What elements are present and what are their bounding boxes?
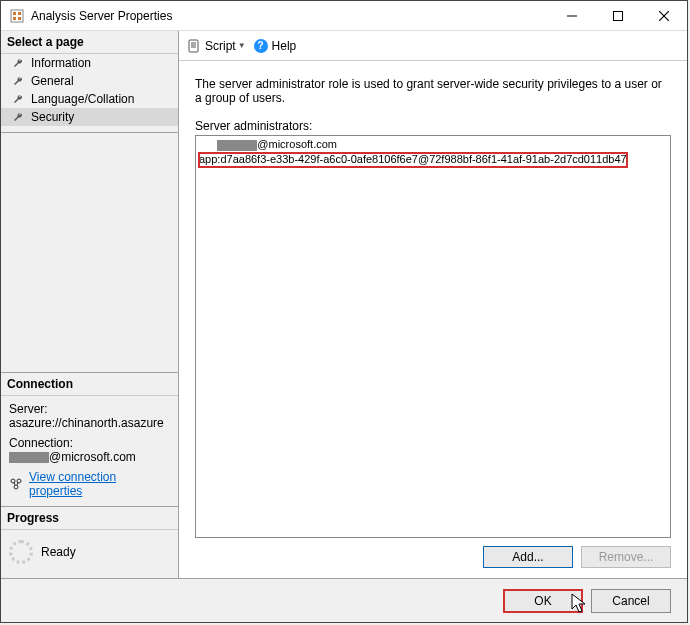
script-button[interactable]: Script ▼: [187, 39, 246, 53]
content-area: Select a page Information General Langua…: [1, 31, 687, 578]
wrench-icon: [11, 56, 25, 70]
page-list: Select a page Information General Langua…: [1, 31, 178, 133]
chevron-down-icon: ▼: [238, 41, 246, 50]
progress-section: Progress Ready: [1, 506, 178, 578]
list-buttons: Add... Remove...: [195, 546, 671, 568]
progress-spinner-icon: [9, 540, 33, 564]
progress-header: Progress: [1, 507, 178, 530]
right-pane: Script ▼ ? Help The server administrator…: [179, 31, 687, 578]
connection-value: @microsoft.com: [9, 450, 170, 464]
script-label: Script: [205, 39, 236, 53]
window-controls: [549, 1, 687, 30]
list-label: Server administrators:: [195, 119, 671, 133]
ok-button[interactable]: OK: [503, 589, 583, 613]
dialog-window: Analysis Server Properties Select a page…: [0, 0, 688, 623]
description-text: The server administrator role is used to…: [195, 77, 671, 105]
svg-rect-14: [189, 40, 198, 52]
list-item[interactable]: @microsoft.com: [199, 138, 667, 152]
page-item-label: General: [31, 74, 74, 88]
wrench-icon: [11, 110, 25, 124]
window-title: Analysis Server Properties: [31, 9, 549, 23]
remove-button[interactable]: Remove...: [581, 546, 671, 568]
progress-status: Ready: [41, 545, 76, 559]
help-button[interactable]: ? Help: [254, 39, 297, 53]
connection-label: Connection:: [9, 436, 170, 450]
page-item-security[interactable]: Security: [1, 108, 178, 126]
connection-link[interactable]: View connection properties: [29, 470, 170, 498]
server-admins-listbox[interactable]: @microsoft.com app:d7aa86f3-e33b-429f-a6…: [195, 135, 671, 538]
svg-rect-6: [614, 11, 623, 20]
svg-rect-3: [13, 17, 16, 20]
connection-section: Connection Server: asazure://chinanorth.…: [1, 372, 178, 506]
server-value: asazure://chinanorth.asazure: [9, 416, 170, 430]
toolbar: Script ▼ ? Help: [179, 31, 687, 61]
wrench-icon: [11, 74, 25, 88]
script-icon: [187, 39, 201, 53]
left-pane: Select a page Information General Langua…: [1, 31, 179, 578]
main-body: The server administrator role is used to…: [179, 61, 687, 578]
minimize-button[interactable]: [549, 1, 595, 30]
app-icon: [9, 8, 25, 24]
close-button[interactable]: [641, 1, 687, 30]
page-item-information[interactable]: Information: [1, 54, 178, 72]
view-connection-properties[interactable]: View connection properties: [9, 470, 170, 498]
select-page-header: Select a page: [1, 31, 178, 54]
page-item-language[interactable]: Language/Collation: [1, 90, 178, 108]
connection-header: Connection: [1, 373, 178, 396]
connection-icon: [9, 477, 23, 491]
help-label: Help: [272, 39, 297, 53]
bottom-bar: OK Cancel: [1, 578, 687, 622]
page-item-label: Information: [31, 56, 91, 70]
page-item-label: Security: [31, 110, 74, 124]
server-label: Server:: [9, 402, 170, 416]
svg-point-11: [14, 485, 18, 489]
svg-rect-0: [11, 10, 23, 22]
add-button[interactable]: Add...: [483, 546, 573, 568]
svg-rect-2: [18, 12, 21, 15]
wrench-icon: [11, 92, 25, 106]
page-item-label: Language/Collation: [31, 92, 134, 106]
help-icon: ?: [254, 39, 268, 53]
maximize-button[interactable]: [595, 1, 641, 30]
page-item-general[interactable]: General: [1, 72, 178, 90]
svg-rect-1: [13, 12, 16, 15]
list-item[interactable]: app:d7aa86f3-e33b-429f-a6c0-0afe8106f6e7…: [199, 153, 627, 167]
svg-rect-4: [18, 17, 21, 20]
redacted-text: [217, 140, 257, 151]
cancel-button[interactable]: Cancel: [591, 589, 671, 613]
titlebar: Analysis Server Properties: [1, 1, 687, 31]
redacted-text: [9, 452, 49, 463]
